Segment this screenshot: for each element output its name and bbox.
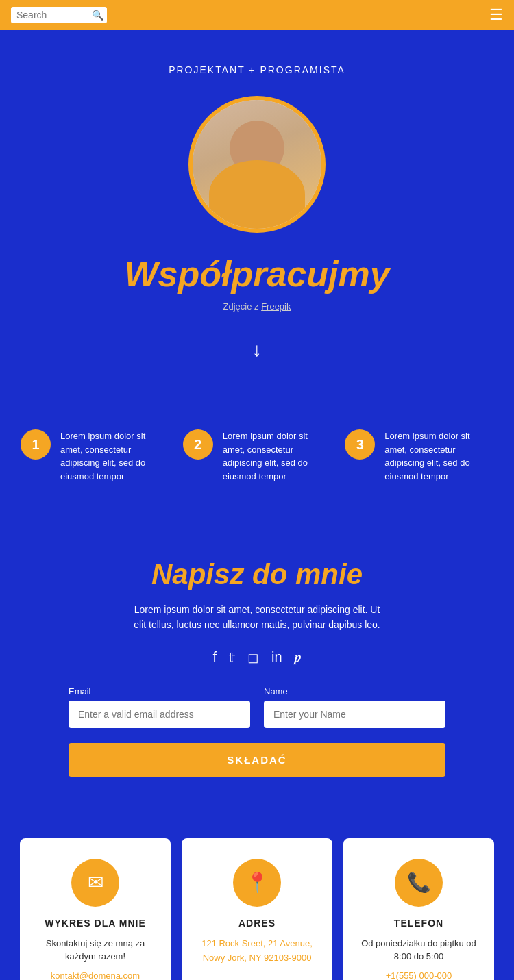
submit-button[interactable]: SKŁADAĆ xyxy=(69,743,445,777)
email-card-icon: ✉ xyxy=(71,859,119,907)
step-2: 2 Lorem ipsum dolor sit amet, consectetu… xyxy=(183,429,332,483)
contact-description: Lorem ipsum dolor sit amet, consectetur … xyxy=(127,602,387,633)
twitter-icon[interactable]: 𝕥 xyxy=(229,649,235,666)
step-text-1: Lorem ipsum dolor sit amet, consectetur … xyxy=(60,429,169,483)
phone-card-link[interactable]: +1(555) 000-000 xyxy=(386,970,452,980)
step-1: 1 Lorem ipsum dolor sit amet, consectetu… xyxy=(21,429,169,483)
steps-section: 1 Lorem ipsum dolor sit amet, consectetu… xyxy=(0,402,514,524)
hero-section: PROJEKTANT + PROGRAMISTA Współpracujmy Z… xyxy=(0,30,514,402)
social-icons-row: f 𝕥 ◻ in 𝒑 xyxy=(212,649,301,666)
step-number-3: 3 xyxy=(345,429,375,460)
avatar xyxy=(188,96,326,233)
address-line1: 121 Rock Sreet, 21 Avenue, xyxy=(201,938,313,948)
card-address: 📍 ADRES 121 Rock Sreet, 21 Avenue, Nowy … xyxy=(182,838,332,980)
email-card-title: WYKRES DLA MNIE xyxy=(45,918,145,929)
email-card-body: Skontaktuj się ze mną za każdym razem! xyxy=(34,937,157,964)
address-card-icon: 📍 xyxy=(233,859,281,907)
step-3: 3 Lorem ipsum dolor sit amet, consectetu… xyxy=(345,429,493,483)
freepik-link[interactable]: Freepik xyxy=(261,301,291,312)
instagram-icon[interactable]: ◻ xyxy=(247,649,259,666)
card-phone: 📞 TELEFON Od poniedziałku do piątku od 8… xyxy=(343,838,494,980)
step-text-2: Lorem ipsum dolor sit amet, consectetur … xyxy=(223,429,332,483)
address-card-title: ADRES xyxy=(238,918,276,929)
contact-section: Napisz do mnie Lorem ipsum dolor sit ame… xyxy=(0,524,514,818)
email-card-link[interactable]: kontakt@domena.com xyxy=(51,970,140,980)
step-number-2: 2 xyxy=(183,429,213,460)
step-text-3: Lorem ipsum dolor sit amet, consectetur … xyxy=(384,429,493,483)
linkedin-icon[interactable]: in xyxy=(271,649,282,666)
avatar-image xyxy=(193,100,321,229)
email-group: Email xyxy=(69,686,250,728)
hamburger-icon[interactable]: ☰ xyxy=(489,6,503,24)
address-line2: Nowy Jork, NY 92103-9000 xyxy=(203,953,312,963)
site-header: 🔍 ☰ xyxy=(0,0,514,30)
name-group: Name xyxy=(264,686,445,728)
hero-subtitle: PROJEKTANT + PROGRAMISTA xyxy=(169,64,345,75)
info-cards-section: ✉ WYKRES DLA MNIE Skontaktuj się ze mną … xyxy=(0,818,514,980)
down-arrow-icon: ↓ xyxy=(252,339,262,361)
email-label: Email xyxy=(69,686,250,696)
search-input[interactable] xyxy=(16,10,92,21)
search-icon: 🔍 xyxy=(92,10,103,21)
email-input[interactable] xyxy=(69,701,250,728)
hero-title: Współpracujmy xyxy=(124,253,389,294)
phone-card-title: TELEFON xyxy=(394,918,443,929)
facebook-icon[interactable]: f xyxy=(212,649,217,666)
pinterest-icon[interactable]: 𝒑 xyxy=(295,649,302,666)
photo-credit: Zdjęcie z Freepik xyxy=(223,301,291,312)
name-label: Name xyxy=(264,686,445,696)
card-email: ✉ WYKRES DLA MNIE Skontaktuj się ze mną … xyxy=(20,838,171,980)
name-input[interactable] xyxy=(264,701,445,728)
phone-card-icon: 📞 xyxy=(395,859,443,907)
contact-title: Napisz do mnie xyxy=(151,558,363,591)
form-row: Email Name xyxy=(69,686,445,728)
phone-card-body: Od poniedziałku do piątku od 8:00 do 5:0… xyxy=(357,937,480,964)
step-number-1: 1 xyxy=(21,429,51,460)
search-box[interactable]: 🔍 xyxy=(11,7,107,23)
address-card-address: 121 Rock Sreet, 21 Avenue, Nowy Jork, NY… xyxy=(201,937,313,966)
